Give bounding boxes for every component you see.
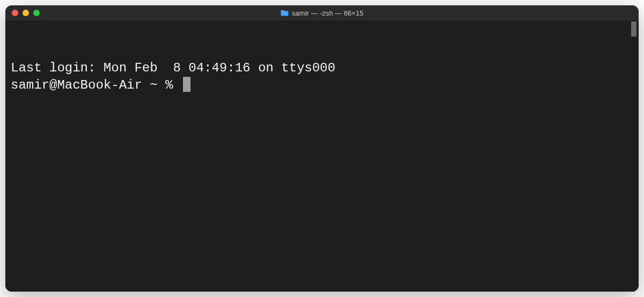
cursor — [183, 77, 191, 92]
scrollbar-thumb[interactable] — [631, 21, 636, 37]
terminal-body[interactable]: Last login: Mon Feb 8 04:49:16 on ttys00… — [5, 20, 639, 292]
last-login-line: Last login: Mon Feb 8 04:49:16 on ttys00… — [11, 60, 633, 77]
titlebar[interactable]: samir — -zsh — 66×15 — [5, 5, 639, 20]
minimize-button[interactable] — [23, 10, 29, 16]
traffic-lights — [5, 10, 40, 16]
prompt: samir@MacBook-Air ~ % — [11, 77, 181, 94]
terminal-window: samir — -zsh — 66×15 Last login: Mon Feb… — [5, 5, 639, 292]
scrollbar[interactable] — [630, 21, 638, 291]
close-button[interactable] — [12, 10, 18, 16]
zoom-button[interactable] — [33, 10, 40, 16]
window-title: samir — -zsh — 66×15 — [281, 9, 363, 17]
window-title-text: samir — -zsh — 66×15 — [292, 9, 363, 17]
folder-icon — [281, 10, 289, 16]
